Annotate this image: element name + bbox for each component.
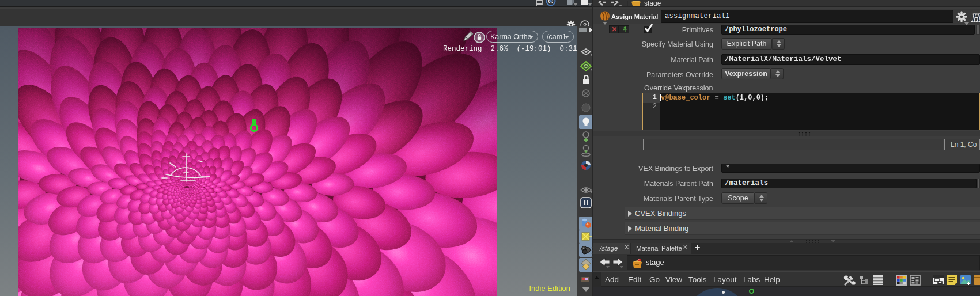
svg-text:stage: stage: [644, 1, 661, 7]
svg-text:H: H: [971, 10, 980, 25]
